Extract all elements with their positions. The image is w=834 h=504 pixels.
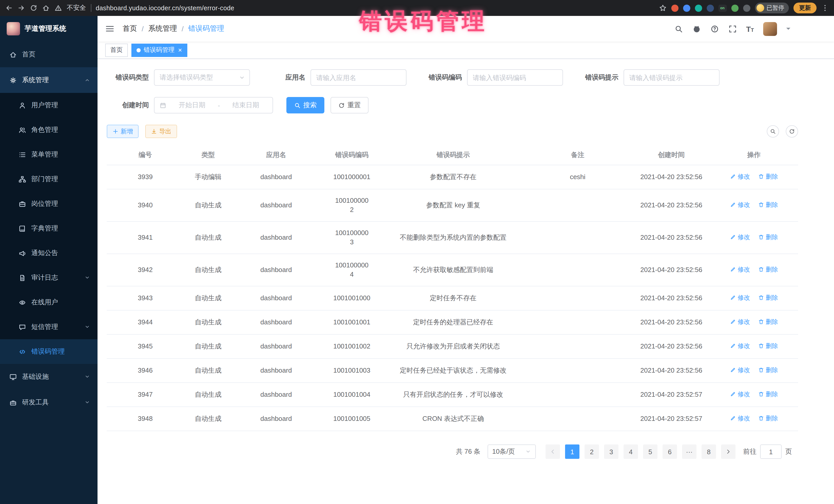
table-row: 3943 自动生成 dashboard 1001001000 定时任务不存在 2… xyxy=(107,286,798,310)
delete-button[interactable]: 删除 xyxy=(758,172,778,181)
extension-icon[interactable] xyxy=(695,4,702,12)
browser-menu-kebab-icon[interactable] xyxy=(821,4,829,12)
error-msg-input[interactable] xyxy=(623,69,720,86)
next-page-button[interactable] xyxy=(721,444,736,459)
error-code-label: 错误码编码 xyxy=(420,73,467,82)
sidebar-item-position-management[interactable]: 岗位管理 xyxy=(0,192,97,216)
edit-button[interactable]: 修改 xyxy=(730,414,750,423)
extension-icon[interactable]: on xyxy=(718,4,726,12)
edit-button[interactable]: 修改 xyxy=(730,341,750,351)
app-name-input[interactable] xyxy=(310,69,407,86)
browser-reload-button[interactable] xyxy=(30,4,38,12)
sidebar-item-dictionary-management[interactable]: 字典管理 xyxy=(0,216,97,241)
prev-page-button[interactable] xyxy=(546,444,560,459)
extensions-puzzle-icon[interactable] xyxy=(743,4,750,12)
edit-button[interactable]: 修改 xyxy=(730,200,750,210)
date-range-picker[interactable]: 开始日期 - 结束日期 xyxy=(154,97,273,113)
page-button-2[interactable]: 2 xyxy=(585,444,599,459)
search-button[interactable]: 搜索 xyxy=(286,97,324,113)
error-type-select[interactable]: 请选择错误码类型 xyxy=(154,69,250,86)
page-button-5[interactable]: 5 xyxy=(643,444,657,459)
sidebar-item-home[interactable]: 首页 xyxy=(0,42,97,67)
edit-pencil-icon xyxy=(730,294,736,301)
tab-error-code-management[interactable]: 错误码管理 × xyxy=(131,43,187,57)
security-warning-icon[interactable] xyxy=(54,4,62,12)
reset-button[interactable]: 重置 xyxy=(331,97,369,113)
browser-update-button[interactable]: 更新 xyxy=(793,3,816,13)
avatar-caret-icon[interactable] xyxy=(786,28,790,32)
browser-back-button[interactable] xyxy=(5,4,13,12)
extension-icon[interactable] xyxy=(683,4,690,12)
delete-button[interactable]: 删除 xyxy=(758,200,778,210)
page-button-4[interactable]: 4 xyxy=(623,444,638,459)
github-icon[interactable] xyxy=(692,24,701,33)
profile-chip[interactable]: 已暂停 xyxy=(755,3,789,13)
error-code-input[interactable] xyxy=(467,69,563,86)
edit-button[interactable]: 修改 xyxy=(730,233,750,242)
delete-button[interactable]: 删除 xyxy=(758,366,778,375)
page-more-button[interactable]: ··· xyxy=(682,444,697,459)
edit-button[interactable]: 修改 xyxy=(730,293,750,302)
user-avatar[interactable] xyxy=(763,22,777,36)
edit-button[interactable]: 修改 xyxy=(730,366,750,375)
browser-forward-button[interactable] xyxy=(18,4,25,12)
edit-pencil-icon xyxy=(730,343,736,349)
hamburger-icon[interactable] xyxy=(105,24,114,34)
extension-icon[interactable] xyxy=(731,4,738,12)
fullscreen-icon[interactable] xyxy=(728,24,737,33)
add-button[interactable]: 新增 xyxy=(107,125,138,138)
browser-home-button[interactable] xyxy=(42,4,50,12)
sidebar-item-audit-log[interactable]: 审计日志 xyxy=(0,265,97,290)
sidebar-item-sms-management[interactable]: 短信管理 xyxy=(0,314,97,339)
help-icon[interactable] xyxy=(710,24,719,33)
cell-type: 自动生成 xyxy=(184,334,233,358)
sidebar-item-menu-management[interactable]: 菜单管理 xyxy=(0,142,97,167)
breadcrumb-home[interactable]: 首页 xyxy=(123,24,137,34)
breadcrumb-system[interactable]: 系统管理 xyxy=(148,24,177,34)
chevron-down-icon xyxy=(84,374,90,380)
sidebar-item-infrastructure[interactable]: 基础设施 xyxy=(0,364,97,390)
delete-button[interactable]: 删除 xyxy=(758,341,778,351)
sidebar-item-role-management[interactable]: 角色管理 xyxy=(0,117,97,142)
sidebar-item-online-users[interactable]: 在线用户 xyxy=(0,290,97,314)
goto-page-input[interactable] xyxy=(760,444,782,459)
bookmark-star-icon[interactable] xyxy=(659,4,666,12)
page-button-1[interactable]: 1 xyxy=(565,444,579,459)
delete-button[interactable]: 删除 xyxy=(758,317,778,326)
delete-button[interactable]: 删除 xyxy=(758,293,778,302)
search-icon[interactable] xyxy=(674,24,683,33)
edit-button-label: 修改 xyxy=(738,390,750,399)
edit-button[interactable]: 修改 xyxy=(730,390,750,399)
font-size-icon[interactable]: TT xyxy=(746,24,754,33)
sidebar-item-error-code-management[interactable]: 错误码管理 xyxy=(0,339,97,364)
page-size-select[interactable]: 10条/页 xyxy=(487,444,536,459)
goto-prefix: 前往 xyxy=(743,447,756,456)
sidebar-item-department-management[interactable]: 部门管理 xyxy=(0,167,97,192)
delete-button[interactable]: 删除 xyxy=(758,265,778,274)
delete-button[interactable]: 删除 xyxy=(758,233,778,242)
export-button[interactable]: 导出 xyxy=(145,125,177,138)
edit-button[interactable]: 修改 xyxy=(730,265,750,274)
extension-icon[interactable] xyxy=(706,4,714,12)
sidebar-item-system-management[interactable]: 系统管理 xyxy=(0,67,97,93)
refresh-table-button[interactable] xyxy=(786,125,798,137)
edit-button-label: 修改 xyxy=(738,414,750,423)
sidebar-item-notice-announcement[interactable]: 通知公告 xyxy=(0,241,97,265)
sidebar-item-user-management[interactable]: 用户管理 xyxy=(0,93,97,117)
edit-button[interactable]: 修改 xyxy=(730,317,750,326)
audit-log-icon xyxy=(19,274,26,282)
edit-button[interactable]: 修改 xyxy=(730,172,750,181)
sidebar-item-dev-tools[interactable]: 研发工具 xyxy=(0,390,97,415)
url-bar[interactable]: dashboard.yudao.iocoder.cn/system/error-… xyxy=(96,4,234,12)
app-logo[interactable]: 芋道管理系统 xyxy=(0,16,97,42)
toggle-search-button[interactable] xyxy=(767,125,779,137)
extension-icon[interactable] xyxy=(671,4,678,12)
cell-actions: 修改 删除 xyxy=(710,254,798,286)
delete-button[interactable]: 删除 xyxy=(758,414,778,423)
delete-button[interactable]: 删除 xyxy=(758,390,778,399)
page-button-6[interactable]: 6 xyxy=(663,444,677,459)
tab-close-icon[interactable]: × xyxy=(178,47,182,53)
page-button-3[interactable]: 3 xyxy=(604,444,618,459)
page-button-8[interactable]: 8 xyxy=(702,444,716,459)
tab-home[interactable]: 首页 xyxy=(105,43,128,57)
